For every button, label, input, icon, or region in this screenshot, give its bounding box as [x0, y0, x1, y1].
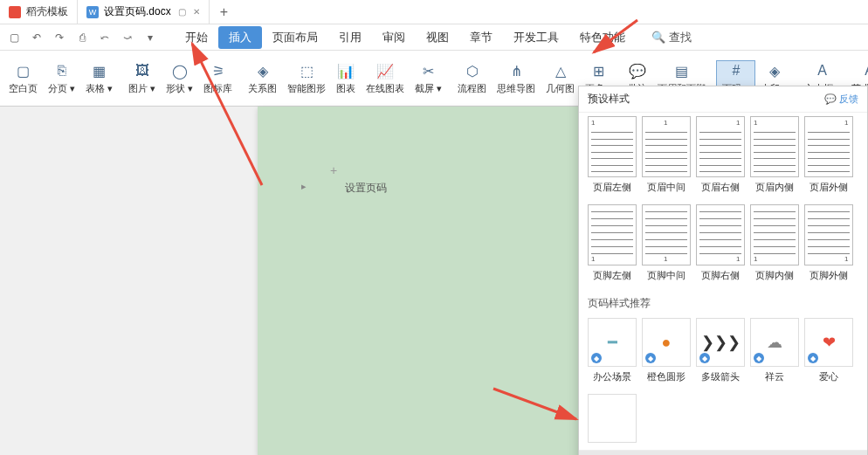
preset-label: 页脚中间 — [647, 269, 685, 282]
document-page[interactable]: + ▸ 设置页码 — [258, 107, 589, 455]
preset-label: 页眉左侧 — [593, 181, 631, 194]
qat-back-icon[interactable]: ⤺ — [98, 31, 112, 45]
ribbon-label-7: 智能图形 — [287, 82, 326, 95]
ribbon-icon-11: ⬡ — [463, 61, 482, 80]
ribbon-label-12: 思维导图 — [497, 82, 535, 95]
preset-页脚左侧[interactable]: 1页脚左侧 — [588, 204, 637, 282]
qat-dropdown-icon[interactable]: ▾ — [143, 31, 157, 45]
app-logo-icon — [9, 6, 21, 18]
menu-tab-5[interactable]: 视图 — [416, 26, 459, 49]
menu-tab-8[interactable]: 特色功能 — [569, 26, 636, 49]
preset-页眉内侧[interactable]: 1页眉内侧 — [750, 116, 799, 194]
qat-print-icon[interactable]: ⎙ — [75, 31, 89, 45]
new-tab-button[interactable]: + — [210, 4, 238, 20]
ribbon-几何图[interactable]: △几何图 — [541, 61, 580, 95]
preset-页眉外侧[interactable]: 1页眉外侧 — [804, 116, 853, 194]
style-preset-blank[interactable] — [588, 394, 637, 443]
menu-tab-2[interactable]: 页面布局 — [262, 26, 328, 49]
ribbon-icon-5: ⚞ — [209, 61, 228, 80]
ribbon-icon-8: 📊 — [336, 61, 355, 80]
ribbon-关系图[interactable]: ◈关系图 — [243, 61, 282, 95]
ribbon-截屏[interactable]: ✂截屏 ▾ — [410, 61, 447, 95]
ribbon-icon-12: ⋔ — [506, 61, 526, 80]
menu-tab-0[interactable]: 开始 — [175, 26, 218, 49]
ribbon-icon-1: ⎘ — [52, 61, 72, 80]
preset-页脚外侧[interactable]: 1页脚外侧 — [804, 204, 853, 282]
menu-tab-6[interactable]: 章节 — [459, 26, 503, 49]
ribbon-icon-18: ◈ — [765, 61, 784, 80]
ribbon-流程图[interactable]: ⬡流程图 — [452, 61, 492, 95]
style-爱心[interactable]: ❤◆爱心 — [804, 318, 853, 383]
preset-header-label: 预设样式 — [588, 92, 630, 107]
ribbon-空白页[interactable]: ▢空白页 — [3, 61, 43, 95]
ribbon-label-6: 关系图 — [248, 82, 277, 95]
preset-页眉中间[interactable]: 1页眉中间 — [642, 116, 691, 194]
preset-页眉右侧[interactable]: 1页眉右侧 — [696, 116, 745, 194]
qat-save-icon[interactable]: ▢ — [7, 31, 21, 45]
style-label: 祥云 — [765, 370, 784, 383]
ribbon-label-8: 图表 — [336, 82, 355, 95]
preset-label: 页眉右侧 — [701, 181, 740, 194]
premium-badge-icon: ◆ — [808, 353, 818, 363]
ribbon-label-2: 表格 ▾ — [86, 82, 113, 95]
ribbon-label-10: 截屏 ▾ — [415, 82, 442, 95]
menu-tab-7[interactable]: 开发工具 — [503, 26, 569, 49]
cursor-crosshair-icon: + — [330, 163, 337, 177]
menu-tab-1[interactable]: 插入 — [218, 26, 262, 49]
ribbon-icon-16: ▤ — [672, 61, 692, 80]
template-tab[interactable]: 稻壳模板 — [0, 0, 77, 24]
page-number-command[interactable]: ▤ 页码(N)... — [579, 451, 867, 455]
menu-tab-3[interactable]: 引用 — [328, 26, 372, 49]
ribbon-icon-9: 📈 — [375, 61, 395, 80]
qat-forward-icon[interactable]: ⤻ — [121, 31, 134, 45]
ribbon-label-0: 空白页 — [9, 82, 38, 95]
style-橙色圆形[interactable]: ●◆橙色圆形 — [642, 318, 691, 383]
preset-页脚右侧[interactable]: 1页脚右侧 — [696, 204, 745, 282]
ribbon-图片[interactable]: 🖼图片 ▾ — [123, 61, 161, 95]
ribbon-分页[interactable]: ⎘分页 ▾ — [43, 61, 80, 95]
qat-redo-icon[interactable]: ↷ — [52, 31, 66, 45]
ribbon-在线图表[interactable]: 📈在线图表 — [361, 61, 410, 95]
ribbon-图表[interactable]: 📊图表 — [331, 61, 361, 95]
ribbon-icon-0: ▢ — [14, 61, 33, 80]
ribbon-icon-6: ◈ — [253, 61, 272, 80]
template-tab-label: 稻壳模板 — [26, 4, 68, 19]
ribbon-表格[interactable]: ▦表格 ▾ — [80, 61, 118, 95]
document-title-text: 设置页码 — [345, 181, 387, 196]
ribbon-思维导图[interactable]: ⋔思维导图 — [492, 61, 541, 95]
ribbon-icon-10: ✂ — [419, 61, 438, 80]
premium-badge-icon: ◆ — [699, 353, 710, 363]
style-办公场景[interactable]: ━◆办公场景 — [588, 318, 637, 383]
feedback-link[interactable]: 💬 反馈 — [824, 93, 858, 106]
qat-undo-icon[interactable]: ↶ — [30, 31, 44, 45]
search-button[interactable]: 🔍 查找 — [651, 30, 692, 45]
style-多级箭头[interactable]: ❯❯❯◆多级箭头 — [696, 318, 745, 383]
tab-close-x-icon[interactable]: ✕ — [193, 7, 200, 17]
ribbon-图标库[interactable]: ⚞图标库 — [198, 61, 238, 95]
ribbon-icon-14: ⊞ — [589, 61, 609, 80]
preset-页脚内侧[interactable]: 1页脚内侧 — [750, 204, 799, 282]
preset-页脚中间[interactable]: 1页脚中间 — [642, 204, 691, 282]
page-number-dropdown: 预设样式 💬 反馈 1页眉左侧1页眉中间1页眉右侧1页眉内侧1页眉外侧 1页脚左… — [578, 86, 868, 455]
style-祥云[interactable]: ☁◆祥云 — [750, 318, 799, 383]
premium-badge-icon: ◆ — [645, 353, 656, 363]
style-section-label: 页码样式推荐 — [579, 289, 867, 314]
document-tab[interactable]: W 设置页码.docx ▢ ✕ — [77, 0, 210, 24]
search-label: 查找 — [669, 30, 692, 45]
ribbon-智能图形[interactable]: ⬚智能图形 — [282, 61, 331, 95]
ribbon-icon-13: △ — [551, 61, 570, 80]
document-tab-label: 设置页码.docx — [104, 4, 171, 19]
ribbon-label-9: 在线图表 — [366, 82, 404, 95]
ribbon-形状[interactable]: ◯形状 ▾ — [161, 61, 198, 95]
style-label: 办公场景 — [593, 370, 631, 383]
preset-label: 页眉外侧 — [809, 181, 848, 194]
page-indicator-icon: ▸ — [301, 181, 307, 192]
tab-close-icon[interactable]: ▢ — [178, 7, 186, 17]
preset-label: 页眉内侧 — [755, 181, 794, 194]
premium-badge-icon: ◆ — [754, 353, 764, 363]
ribbon-icon-4: ◯ — [170, 61, 189, 80]
preset-label: 页脚右侧 — [701, 269, 740, 282]
preset-页眉左侧[interactable]: 1页眉左侧 — [588, 116, 637, 194]
menu-tab-4[interactable]: 审阅 — [372, 26, 416, 49]
ribbon-label-1: 分页 ▾ — [48, 82, 75, 95]
